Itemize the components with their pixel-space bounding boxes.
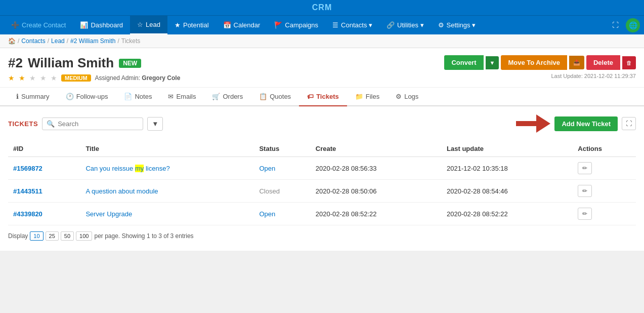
ticket-title-text[interactable]: A question about module [85, 187, 158, 195]
ticket-title-cell: Can you reissue my license? [80, 157, 254, 180]
breadcrumb-current: Tickets [121, 37, 141, 45]
star-icon: ☆ [137, 21, 143, 28]
action-buttons-row: Convert ▼ Move To Archive 📥 Delete 🗑 [444, 55, 636, 70]
archive-button[interactable]: Move To Archive [501, 55, 567, 70]
tickets-toolbar-left: TICKETS 🔍 ▼ [8, 117, 163, 131]
tickets-table-head: #ID Title Status Create Last update Acti… [8, 141, 636, 157]
assigned-admin-label: Assigned Admin: Gregory Cole [95, 74, 181, 82]
nav-expand[interactable]: ⛶ [605, 16, 626, 34]
filter-button[interactable]: ▼ [147, 117, 163, 131]
ticket-id-link[interactable]: #1443511 [13, 187, 42, 195]
tab-summary[interactable]: ℹ Summary [8, 88, 58, 106]
nav-potential[interactable]: ★ Potential [167, 16, 216, 34]
ticket-edit-button[interactable]: ✏ [578, 208, 592, 220]
clock-icon: 🕐 [66, 93, 74, 100]
nav-dashboard[interactable]: 📊 Dashboard [73, 16, 130, 34]
gear-icon: ⚙ [438, 21, 444, 29]
nav-contacts[interactable]: ☰ Contacts ▾ [325, 16, 379, 34]
ticket-status: Closed [259, 187, 279, 195]
breadcrumb-lead[interactable]: Lead [51, 37, 65, 45]
search-input[interactable] [58, 120, 139, 128]
app-title-text: CRM [312, 3, 332, 12]
ticket-edit-button[interactable]: ✏ [578, 185, 592, 197]
tab-files[interactable]: 📁 Files [347, 88, 388, 106]
nav-create-contact[interactable]: ➕ Create Contact [4, 16, 73, 34]
table-row: #1443511 A question about module Closed … [8, 180, 636, 203]
star-4: ★ [40, 74, 47, 82]
calendar-icon: 📅 [223, 21, 231, 29]
tab-emails[interactable]: ✉ Emails [160, 88, 204, 106]
main-content: #2 William Smith NEW ★ ★ ★ ★ ★ MEDIUM As… [0, 48, 644, 251]
nav-settings-label: Settings ▾ [447, 21, 476, 29]
quotes-icon: 📋 [259, 93, 267, 100]
dashboard-icon: 📊 [80, 21, 88, 29]
home-icon[interactable]: 🏠 [8, 37, 16, 45]
tickets-table-header-row: #ID Title Status Create Last update Acti… [8, 141, 636, 157]
add-new-ticket-button[interactable]: Add New Ticket [554, 116, 618, 131]
lead-title-section: #2 William Smith NEW ★ ★ ★ ★ ★ MEDIUM As… [8, 55, 180, 82]
col-last-update: Last update [442, 141, 573, 157]
lead-meta: ★ ★ ★ ★ ★ MEDIUM Assigned Admin: Gregory… [8, 74, 180, 82]
archive-icon-button[interactable]: 📥 [569, 56, 584, 69]
tickets-toolbar-right: Add New Ticket ⛶ [516, 114, 636, 133]
ticket-edit-button[interactable]: ✏ [578, 162, 592, 174]
col-title: Title [80, 141, 254, 157]
page-size-100[interactable]: 100 [76, 231, 92, 241]
nav-campaigns[interactable]: 🚩 Campaigns [267, 16, 325, 34]
tab-logs[interactable]: ⚙ Logs [388, 88, 426, 106]
page-size-10[interactable]: 10 [30, 231, 43, 241]
ticket-status: Open [259, 210, 275, 218]
tickets-label: TICKETS [8, 120, 38, 128]
ticket-last-update-cell: 2020-02-28 08:54:46 [442, 180, 573, 203]
breadcrumb: 🏠 / Contacts / Lead / #2 William Smith /… [0, 34, 644, 48]
logs-icon: ⚙ [396, 93, 402, 100]
nav-calendar[interactable]: 📅 Calendar [216, 16, 268, 34]
nav-utilities-label: Utilities ▾ [397, 21, 424, 29]
tab-orders[interactable]: 🛒 Orders [204, 88, 251, 106]
ticket-id-link[interactable]: #1569872 [13, 165, 42, 172]
breadcrumb-separator: / [48, 37, 49, 45]
tickets-table: #ID Title Status Create Last update Acti… [8, 141, 636, 225]
tabs: ℹ Summary 🕐 Follow-ups 📄 Notes ✉ Emails … [0, 88, 644, 106]
tab-quotes[interactable]: 📋 Quotes [251, 88, 299, 106]
lead-status-badge: NEW [119, 59, 141, 68]
pagination-display-label: Display [8, 232, 28, 240]
delete-button[interactable]: Delete [586, 55, 620, 70]
convert-button[interactable]: Convert [444, 55, 483, 70]
ticket-create-cell: 2020-02-28 08:56:33 [311, 157, 442, 180]
nav-lead[interactable]: ☆ Lead [130, 16, 167, 34]
arrow-indicator [516, 114, 550, 133]
nav-contacts-label: Contacts ▾ [341, 21, 372, 29]
star-3: ★ [29, 74, 36, 82]
nav-create-contact-label: Create Contact [22, 21, 66, 29]
user-avatar[interactable]: 🌐 [626, 18, 640, 32]
tab-notes[interactable]: 📄 Notes [116, 88, 160, 106]
ticket-title-text[interactable]: Server Upgrade [85, 210, 132, 218]
page-size-25[interactable]: 25 [46, 231, 59, 241]
arrow-body [516, 121, 536, 126]
delete-icon-button[interactable]: 🗑 [622, 56, 636, 69]
ticket-id-link[interactable]: #4339820 [13, 210, 42, 218]
ticket-icon: 🏷 [307, 93, 314, 100]
expand-table-button[interactable]: ⛶ [622, 117, 636, 130]
page-size-50[interactable]: 50 [61, 231, 74, 241]
breadcrumb-contacts[interactable]: Contacts [21, 37, 45, 45]
ticket-last-update-cell: 2020-02-28 08:52:22 [442, 203, 573, 225]
star-5: ★ [51, 74, 57, 82]
tab-tickets[interactable]: 🏷 Tickets [299, 88, 347, 106]
convert-dropdown-button[interactable]: ▼ [486, 56, 499, 69]
nav-utilities[interactable]: 🔗 Utilities ▾ [379, 16, 431, 34]
tab-followups[interactable]: 🕐 Follow-ups [58, 88, 116, 106]
col-actions: Actions [573, 141, 636, 157]
lead-name-row: #2 William Smith NEW [8, 55, 180, 71]
nav-potential-label: Potential [183, 21, 209, 29]
nav-settings[interactable]: ⚙ Settings ▾ [431, 16, 483, 34]
lead-number: #2 [8, 55, 23, 71]
app-title: CRM [0, 0, 644, 15]
star-filled-icon: ★ [175, 21, 181, 29]
breadcrumb-separator: / [67, 37, 68, 45]
breadcrumb-separator: / [117, 37, 119, 45]
ticket-id-cell: #4339820 [8, 203, 80, 225]
ticket-title-text[interactable]: Can you reissue my license? [85, 165, 169, 172]
breadcrumb-person[interactable]: #2 William Smith [70, 37, 115, 45]
